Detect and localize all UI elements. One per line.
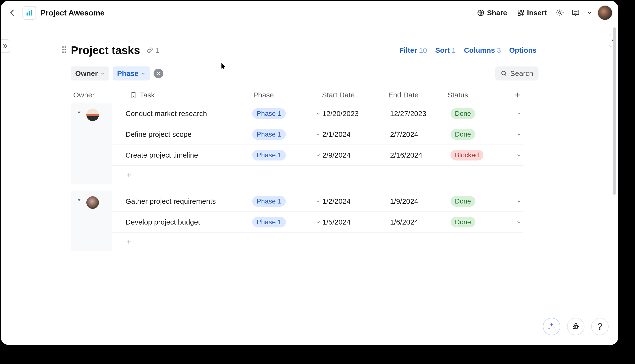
status-cell[interactable]: Done [450,196,523,207]
phase-cell[interactable]: Phase 1 [252,129,322,140]
table-row[interactable]: Define project scopePhase 12/1/20242/7/2… [112,124,523,145]
owner-filter-chip[interactable]: Owner [71,66,109,80]
topbar: Project Awesome Share Insert [1,1,618,25]
phase-dropdown-icon[interactable] [314,218,322,226]
start-date-cell[interactable]: 2/1/2024 [322,130,390,138]
svg-point-7 [558,12,561,14]
status-cell[interactable]: Done [450,217,523,228]
ai-assist-button[interactable] [543,318,560,335]
status-cell[interactable]: Blocked [450,150,523,160]
status-cell[interactable]: Done [450,108,523,119]
phase-filter-chip[interactable]: Phase [113,66,150,80]
task-cell[interactable]: Create project timeline [112,151,252,159]
start-date-cell[interactable]: 2/9/2024 [322,151,390,159]
table-row[interactable]: Develop project budgetPhase 11/5/20241/6… [112,212,523,232]
group-collapse-toggle[interactable] [75,196,83,204]
search-button[interactable]: Search [495,66,538,80]
clear-filters-button[interactable] [154,69,163,78]
end-date-cell[interactable]: 2/7/2024 [390,130,450,138]
phase-pill: Phase 1 [252,196,286,207]
end-date-cell[interactable]: 1/6/2024 [390,218,450,226]
phase-pill: Phase 1 [252,129,286,140]
settings-button[interactable] [554,7,566,18]
status-pill: Blocked [450,150,483,160]
phase-pill: Phase 1 [252,108,286,119]
start-date-cell[interactable]: 12/20/2023 [322,110,390,118]
status-dropdown-icon[interactable] [515,151,523,159]
end-date-cell[interactable]: 2/16/2024 [390,151,450,159]
more-dropdown[interactable] [586,7,593,18]
share-button[interactable]: Share [474,7,510,19]
view-title[interactable]: Project tasks [71,44,140,57]
group-owner-cell [71,103,112,184]
start-date-cell[interactable]: 1/5/2024 [322,218,390,226]
group-collapse-toggle[interactable] [75,108,83,116]
task-cell[interactable]: Develop project budget [112,218,252,226]
svg-point-11 [65,46,66,48]
table-row[interactable]: Gather project requirementsPhase 11/2/20… [112,191,523,212]
status-pill: Done [450,129,475,140]
column-header-phase[interactable]: Phase [253,91,322,99]
back-button[interactable] [7,7,18,18]
expand-left-panel-button[interactable] [0,40,11,53]
table-row[interactable]: Conduct market researchPhase 112/20/2023… [112,103,523,124]
linked-items-chip[interactable]: 1 [144,45,162,55]
phase-dropdown-icon[interactable] [314,151,322,159]
phase-cell[interactable]: Phase 1 [252,150,322,160]
phase-cell[interactable]: Phase 1 [252,196,322,207]
svg-line-19 [505,74,506,76]
comments-button[interactable] [570,7,581,18]
status-dropdown-icon[interactable] [515,197,523,206]
add-row-button[interactable] [112,166,523,184]
drag-handle-icon[interactable] [59,45,69,54]
phase-cell[interactable]: Phase 1 [252,217,322,228]
group-owner-cell [71,191,112,251]
sort-button[interactable]: Sort 1 [433,44,458,56]
app-window: Project Awesome Share Insert [0,0,619,346]
task-cell[interactable]: Define project scope [112,130,252,138]
svg-point-14 [62,52,64,53]
options-button[interactable]: Options [507,44,538,56]
phase-dropdown-icon[interactable] [314,197,322,206]
floating-actions: ? [543,318,609,335]
end-date-cell[interactable]: 1/9/2024 [390,197,450,206]
table-group: Gather project requirementsPhase 11/2/20… [71,191,523,251]
column-header-start-date[interactable]: Start Date [322,91,388,99]
status-dropdown-icon[interactable] [515,110,523,118]
status-cell[interactable]: Done [450,129,523,140]
column-header-end-date[interactable]: End Date [388,91,448,99]
linked-items-count: 1 [156,46,160,54]
task-cell[interactable]: Gather project requirements [112,197,252,206]
svg-point-12 [62,49,64,50]
column-header-status[interactable]: Status [448,91,514,99]
phase-dropdown-icon[interactable] [314,110,322,118]
add-row-button[interactable] [112,232,523,251]
user-avatar[interactable] [597,5,612,20]
filter-button[interactable]: Filter 10 [397,44,429,56]
columns-button[interactable]: Columns 3 [462,44,503,56]
svg-rect-4 [518,10,520,12]
svg-point-15 [65,52,66,53]
status-dropdown-icon[interactable] [515,218,523,226]
scrollbar[interactable] [612,27,616,316]
tasks-table: Owner Task Phase Start Date End Date Sta… [71,87,523,251]
phase-dropdown-icon[interactable] [314,130,322,138]
app-title[interactable]: Project Awesome [40,8,105,18]
table-row[interactable]: Create project timelinePhase 12/9/20242/… [112,145,523,166]
owner-avatar[interactable] [86,108,99,121]
report-bug-button[interactable] [567,318,584,335]
phase-cell[interactable]: Phase 1 [252,108,322,119]
insert-button[interactable]: Insert [514,7,550,19]
end-date-cell[interactable]: 12/27/2023 [390,110,450,118]
status-pill: Done [450,196,475,207]
start-date-cell[interactable]: 1/2/2024 [322,197,390,206]
scrollbar-thumb[interactable] [613,27,616,195]
column-header-task[interactable]: Task [130,91,253,99]
owner-avatar[interactable] [86,196,99,209]
project-icon[interactable] [23,6,36,20]
status-dropdown-icon[interactable] [515,130,523,138]
help-button[interactable]: ? [591,318,609,335]
column-header-owner[interactable]: Owner [71,91,130,99]
task-cell[interactable]: Conduct market research [112,110,252,118]
add-column-button[interactable] [514,91,523,98]
